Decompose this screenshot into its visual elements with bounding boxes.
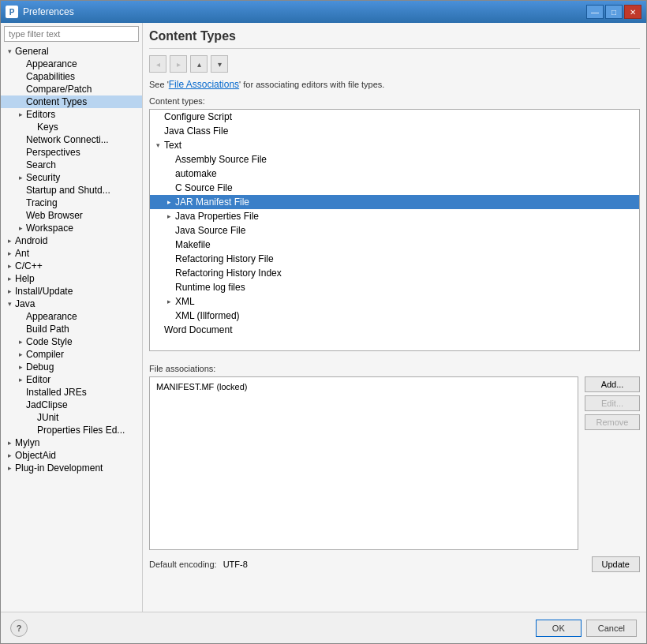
tree-item-objectaid[interactable]: ▸ObjectAid [1, 449, 142, 462]
tree-item-general[interactable]: ▾General [1, 45, 142, 58]
tree-item-editor[interactable]: ▸Editor [1, 373, 142, 386]
ct-item-xml-illformed[interactable]: XML (Illformed) [150, 309, 639, 323]
expand-icon-workspace: ▸ [15, 223, 26, 234]
expand-icon-appearance-general [15, 58, 26, 69]
tree-item-perspectives[interactable]: Perspectives [1, 146, 142, 159]
tree-item-startup-shutdown[interactable]: Startup and Shutd... [1, 184, 142, 197]
tree-item-search[interactable]: Search [1, 159, 142, 171]
tree-item-security[interactable]: ▸Security [1, 171, 142, 184]
tree-item-plugin-development[interactable]: ▸Plug-in Development [1, 462, 142, 474]
ct-expand-text: ▾ [153, 140, 163, 150]
ok-button[interactable]: OK [536, 620, 582, 637]
up-button[interactable]: ▴ [190, 55, 208, 73]
edit-button[interactable]: Edit... [585, 395, 640, 411]
ct-item-assembly-source[interactable]: Assembly Source File [150, 152, 639, 167]
ct-expand-configure-script [153, 112, 163, 122]
tree-item-tracing[interactable]: Tracing [1, 197, 142, 209]
tree-item-installed-jres[interactable]: Installed JREs [1, 386, 142, 399]
tree-label-general: General [15, 46, 142, 57]
tree-item-build-path[interactable]: Build Path [1, 323, 142, 335]
back-button[interactable]: ◂ [149, 55, 166, 73]
tree-label-mylyn: Mylyn [15, 437, 142, 448]
tree-item-install-update[interactable]: ▸Install/Update [1, 285, 142, 298]
tree-item-cpp[interactable]: ▸C/C++ [1, 260, 142, 272]
ct-item-word-document[interactable]: Word Document [150, 323, 639, 337]
preferences-window: P Preferences — □ ✕ ▾GeneralAppearanceCa… [0, 0, 647, 644]
ct-item-xml[interactable]: ▸XML [150, 294, 639, 309]
tree-item-network-connect[interactable]: Network Connecti... [1, 133, 142, 146]
window-title: Preferences [23, 6, 582, 17]
tree-item-jadclipse[interactable]: JadClipse [1, 399, 142, 411]
tree-item-code-style[interactable]: ▸Code Style [1, 335, 142, 348]
ct-item-refactoring-index[interactable]: Refactoring History Index [150, 266, 639, 280]
expand-icon-properties-files [26, 425, 37, 436]
tree-item-web-browser[interactable]: Web Browser [1, 209, 142, 222]
encoding-value: UTF-8 [223, 560, 585, 569]
forward-button[interactable]: ▸ [170, 55, 187, 73]
tree-item-editors[interactable]: ▸Editors [1, 108, 142, 121]
tree-item-android[interactable]: ▸Android [1, 234, 142, 247]
left-panel: ▾GeneralAppearanceCapabilitiesCompare/Pa… [1, 23, 143, 612]
expand-icon-junit [26, 412, 37, 423]
tree-item-ant[interactable]: ▸Ant [1, 247, 142, 260]
tree-item-junit[interactable]: JUnit [1, 411, 142, 424]
ct-item-c-source[interactable]: C Source File [150, 181, 639, 195]
ct-item-refactoring-history[interactable]: Refactoring History File [150, 252, 639, 266]
ct-label-jar-manifest: JAR Manifest File [175, 197, 249, 208]
ct-expand-xml: ▸ [164, 297, 174, 306]
tree-item-mylyn[interactable]: ▸Mylyn [1, 436, 142, 449]
help-button[interactable]: ? [10, 620, 28, 637]
ct-item-configure-script[interactable]: Configure Script [150, 110, 639, 124]
file-associations-link[interactable]: File Associations [169, 79, 239, 90]
add-button[interactable]: Add... [585, 376, 640, 392]
tree-label-compare-patch: Compare/Patch [26, 84, 142, 95]
ct-item-runtime-log[interactable]: Runtime log files [150, 280, 639, 294]
ct-item-jar-manifest[interactable]: ▸JAR Manifest File [150, 195, 639, 209]
tree-item-compare-patch[interactable]: Compare/Patch [1, 83, 142, 95]
tree-item-workspace[interactable]: ▸Workspace [1, 222, 142, 234]
expand-icon-capabilities [15, 71, 26, 82]
expand-icon-compare-patch [15, 84, 26, 95]
tree-label-search: Search [26, 159, 142, 170]
tree-label-content-types: Content Types [26, 96, 142, 107]
tree-item-content-types[interactable]: Content Types [1, 95, 142, 108]
bottom-bar: ? OK Cancel [1, 612, 646, 643]
ct-item-automake[interactable]: automake [150, 167, 639, 181]
tree-label-startup-shutdown: Startup and Shutd... [26, 185, 142, 196]
maximize-button[interactable]: □ [605, 5, 623, 19]
menu-button[interactable]: ▾ [211, 55, 228, 73]
assoc-buttons: Add... Edit... Remove [585, 376, 640, 550]
tree-item-properties-files[interactable]: Properties Files Ed... [1, 424, 142, 436]
ct-label-c-source: C Source File [175, 182, 233, 193]
panel-title: Content Types [149, 29, 640, 49]
ct-item-java-source[interactable]: Java Source File [150, 223, 639, 238]
tree-item-compiler[interactable]: ▸Compiler [1, 348, 142, 361]
tree-item-debug[interactable]: ▸Debug [1, 361, 142, 373]
tree-item-appearance-java[interactable]: Appearance [1, 310, 142, 323]
tree-label-jadclipse: JadClipse [26, 399, 142, 410]
file-assoc-item[interactable]: MANIFEST.MF (locked) [153, 380, 574, 393]
ct-label-automake: automake [175, 168, 217, 179]
tree-label-capabilities: Capabilities [26, 71, 142, 82]
ct-label-word-document: Word Document [164, 324, 232, 335]
tree-item-help[interactable]: ▸Help [1, 272, 142, 285]
tree-item-keys[interactable]: Keys [1, 121, 142, 133]
close-button[interactable]: ✕ [624, 5, 641, 19]
remove-button[interactable]: Remove [585, 414, 640, 430]
expand-icon-debug: ▸ [15, 361, 26, 373]
ct-item-makefile[interactable]: Makefile [150, 238, 639, 252]
tree-item-capabilities[interactable]: Capabilities [1, 70, 142, 83]
minimize-button[interactable]: — [586, 5, 604, 19]
ct-item-java-properties[interactable]: ▸Java Properties File [150, 209, 639, 223]
cancel-button[interactable]: Cancel [586, 620, 637, 637]
file-assoc-list: MANIFEST.MF (locked) [149, 376, 578, 550]
expand-icon-search [15, 159, 26, 170]
tree-item-java[interactable]: ▾Java [1, 298, 142, 310]
filter-input[interactable] [4, 26, 139, 42]
tree-item-appearance-general[interactable]: Appearance [1, 58, 142, 70]
file-assoc-label: File associations: [149, 364, 640, 373]
ct-item-java-class-file[interactable]: Java Class File [150, 124, 639, 138]
update-button[interactable]: Update [592, 556, 640, 572]
window-icon: P [6, 6, 18, 18]
ct-item-text[interactable]: ▾Text [150, 138, 639, 152]
